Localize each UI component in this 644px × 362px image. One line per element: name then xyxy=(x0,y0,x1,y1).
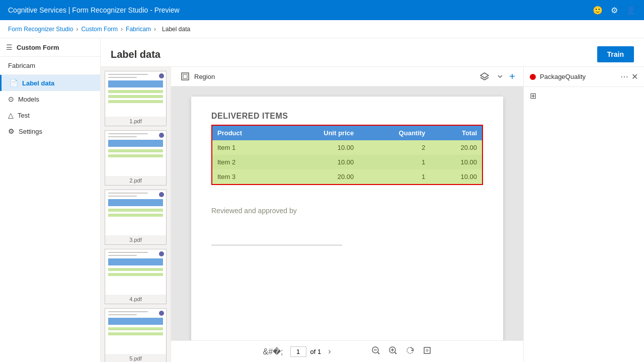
invoice-table: Product Unit price Quantity Total Item 1 xyxy=(212,126,482,184)
close-label-button[interactable]: ✕ xyxy=(631,72,638,81)
thumbnail-1-img xyxy=(105,71,166,117)
prev-page-button[interactable]: &#�; xyxy=(260,346,286,357)
cell-unit-price-2: 10.00 xyxy=(280,155,359,169)
zoom-in-icon xyxy=(388,346,397,355)
sidebar: ☰ Custom Form Fabricam 📄 Label data ⊙ Mo… xyxy=(0,38,101,362)
thumbnail-4-label: 4.pdf xyxy=(105,295,166,304)
table-view-icon[interactable]: ⊞ xyxy=(530,91,536,101)
sidebar-item-models[interactable]: ⊙ Models xyxy=(0,91,100,107)
sidebar-item-label-data[interactable]: 📄 Label data xyxy=(0,75,100,91)
viewer-layout: 1.pdf 2.pdf xyxy=(101,67,644,362)
smiley-icon[interactable]: 🙂 xyxy=(593,6,603,15)
profile-icon[interactable]: 👤 xyxy=(626,6,636,15)
thumbnail-5-dot xyxy=(159,311,164,316)
svg-rect-1 xyxy=(183,74,187,78)
thumbnail-5[interactable]: 5.pdf xyxy=(105,308,167,362)
table-row: Item 3 20.00 1 10.00 xyxy=(212,169,482,184)
test-icon: △ xyxy=(8,111,14,119)
cell-quantity-3: 1 xyxy=(359,169,430,184)
table-row: Item 2 10.00 1 10.00 xyxy=(212,155,482,169)
doc-main: Region xyxy=(171,67,523,362)
zoom-controls xyxy=(368,345,435,358)
fit-button[interactable] xyxy=(420,345,435,358)
main-layout: ☰ Custom Form Fabricam 📄 Label data ⊙ Mo… xyxy=(0,38,644,362)
region-label: Region xyxy=(194,73,215,80)
thumbnail-5-img xyxy=(105,309,166,354)
table-row: Item 1 10.00 2 20.00 xyxy=(212,140,482,155)
chevron-down-icon xyxy=(497,73,503,79)
svg-marker-2 xyxy=(480,73,489,78)
sidebar-item-test[interactable]: △ Test xyxy=(0,107,100,123)
doc-page: DELIVERED ITEMS Product Unit price Quant… xyxy=(191,97,503,340)
breadcrumb: Form Recognizer Studio › Custom Form › F… xyxy=(0,20,644,38)
col-product: Product xyxy=(212,126,280,140)
thumbnail-1-label: 1.pdf xyxy=(105,117,166,126)
package-quality-dot xyxy=(530,74,536,80)
signature-line xyxy=(211,245,342,245)
topbar: Cognitive Services | Form Recognizer Stu… xyxy=(0,0,644,20)
thumbnail-2[interactable]: 2.pdf xyxy=(105,130,167,186)
breadcrumb-fabricam[interactable]: Fabricam xyxy=(126,26,151,33)
thumbnail-4-img xyxy=(105,249,166,295)
settings-icon[interactable]: ⚙ xyxy=(611,6,618,15)
thumbnail-2-img xyxy=(105,131,166,176)
page-number-input[interactable] xyxy=(290,346,306,357)
rotate-icon xyxy=(406,346,415,355)
sidebar-title: Custom Form xyxy=(17,44,59,51)
doc-footer: &#�; of 1 › xyxy=(171,340,523,362)
right-panel-label-item: PackageQuality ⋯ ✕ xyxy=(524,67,644,87)
col-total: Total xyxy=(430,126,482,140)
label-data-icon: 📄 xyxy=(10,79,18,87)
chevron-down-button[interactable] xyxy=(495,71,505,81)
sidebar-nav: 📄 Label data ⊙ Models △ Test ⚙ Settings xyxy=(0,75,100,362)
table-highlight: Product Unit price Quantity Total Item 1 xyxy=(211,125,483,185)
sidebar-item-settings[interactable]: ⚙ Settings xyxy=(0,123,100,139)
cell-product-1: Item 1 xyxy=(212,140,280,155)
total-pages: of 1 xyxy=(310,348,321,355)
sidebar-item-test-text: Test xyxy=(18,112,30,119)
thumbnail-5-label: 5.pdf xyxy=(105,354,166,362)
next-page-button[interactable]: › xyxy=(325,346,334,357)
region-icon-button[interactable] xyxy=(179,70,191,82)
right-panel-table-row: ⊞ xyxy=(524,87,644,105)
right-panel: PackageQuality ⋯ ✕ ⊞ xyxy=(523,67,644,362)
zoom-out-button[interactable] xyxy=(368,345,383,358)
thumbnail-3-img xyxy=(105,190,166,235)
settings-nav-icon: ⚙ xyxy=(8,127,15,135)
layers-button[interactable] xyxy=(478,70,491,83)
content-header: Label data Train xyxy=(101,38,644,67)
thumbnail-1[interactable]: 1.pdf xyxy=(105,71,167,126)
table-header-row: Product Unit price Quantity Total xyxy=(212,126,482,140)
breadcrumb-custom-form[interactable]: Custom Form xyxy=(81,26,118,33)
sidebar-header: ☰ Custom Form xyxy=(0,38,100,57)
region-icon xyxy=(181,72,189,80)
svg-rect-0 xyxy=(182,73,189,80)
sidebar-item-models-text: Models xyxy=(18,96,39,103)
more-options-button[interactable]: ⋯ xyxy=(620,72,628,81)
thumbnail-4[interactable]: 4.pdf xyxy=(105,249,167,304)
col-quantity: Quantity xyxy=(359,126,430,140)
page-title: Label data xyxy=(111,49,160,60)
sidebar-project-name: Fabricam xyxy=(0,57,100,75)
thumbnail-2-dot xyxy=(159,133,164,138)
svg-line-7 xyxy=(378,352,379,354)
thumbnail-1-dot xyxy=(159,73,164,78)
cell-total-1: 20.00 xyxy=(430,140,482,155)
toolbar-region-section: Region xyxy=(179,70,215,82)
add-button[interactable]: + xyxy=(509,71,515,82)
doc-content: DELIVERED ITEMS Product Unit price Quant… xyxy=(171,86,523,340)
app-title: Cognitive Services | Form Recognizer Stu… xyxy=(8,6,180,14)
breadcrumb-form-recognizer[interactable]: Form Recognizer Studio xyxy=(8,26,73,33)
cell-product-3: Item 3 xyxy=(212,169,280,184)
rotate-button[interactable] xyxy=(403,345,418,358)
zoom-in-button[interactable] xyxy=(385,345,400,358)
cell-product-2: Item 2 xyxy=(212,155,280,169)
thumbnail-2-label: 2.pdf xyxy=(105,176,166,185)
sidebar-collapse-button[interactable]: ☰ xyxy=(6,43,13,51)
thumbnail-3[interactable]: 3.pdf xyxy=(105,190,167,245)
reviewed-text: Reviewed and approved by xyxy=(211,207,483,215)
cell-total-3: 10.00 xyxy=(430,169,482,184)
doc-toolbar: Region xyxy=(171,67,523,86)
svg-point-13 xyxy=(426,349,428,351)
train-button[interactable]: Train xyxy=(597,46,634,62)
